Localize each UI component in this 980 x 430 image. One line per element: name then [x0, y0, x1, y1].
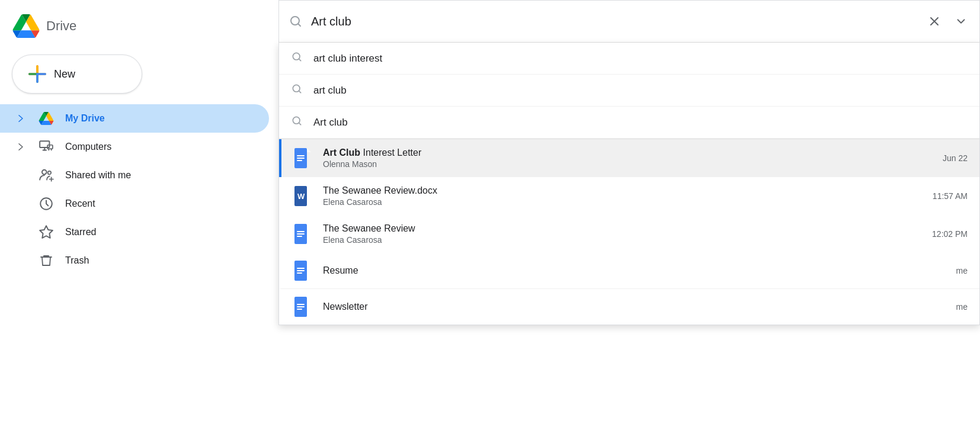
result-item-4[interactable]: Resume me: [279, 253, 979, 289]
svg-rect-22: [297, 231, 305, 232]
result-item-title-5: Newsletter: [323, 301, 946, 312]
result-item-subtitle-3: Elena Casarosa: [323, 235, 921, 245]
sidebar-label-my-drive: My Drive: [65, 113, 105, 124]
result-item-info-3: The Sewanee Review Elena Casarosa: [323, 223, 921, 245]
google-drive-logo: [12, 14, 40, 38]
svg-rect-13: [297, 155, 305, 156]
svg-rect-24: [297, 236, 302, 237]
result-item-date-3: 12:02 PM: [932, 229, 968, 239]
svg-point-3: [48, 171, 51, 174]
suggestion-search-icon-1: [291, 51, 303, 66]
svg-marker-12: [307, 148, 311, 152]
sidebar-label-shared: Shared with me: [65, 170, 131, 181]
new-button-label: New: [54, 68, 75, 81]
result-item-date-5: me: [956, 302, 968, 312]
svg-marker-21: [307, 224, 311, 228]
trash-icon: [38, 252, 55, 269]
result-item-info-4: Resume: [323, 265, 946, 276]
result-item-title-3: The Sewanee Review: [323, 223, 921, 234]
search-icon: [289, 14, 303, 28]
svg-marker-27: [307, 261, 311, 265]
result-item-info-5: Newsletter: [323, 301, 946, 312]
svg-rect-14: [297, 158, 305, 159]
search-dropdown: art club interest art club: [278, 43, 980, 325]
suggestion-item-3[interactable]: Art club: [279, 107, 979, 139]
svg-rect-29: [297, 270, 305, 271]
new-plus-icon: [28, 65, 47, 84]
result-item-3[interactable]: The Sewanee Review Elena Casarosa 12:02 …: [279, 215, 979, 253]
my-drive-icon: [38, 110, 55, 127]
result-item-5[interactable]: Newsletter me: [279, 289, 979, 325]
suggestion-text-3: Art club: [313, 117, 348, 129]
word-file-icon-2: W: [293, 187, 312, 206]
sidebar-label-starred: Starred: [65, 227, 96, 238]
sidebar: Drive New: [0, 0, 278, 430]
sidebar-item-my-drive[interactable]: My Drive: [0, 104, 269, 133]
search-input[interactable]: [311, 15, 917, 28]
sidebar-label-recent: Recent: [65, 198, 95, 209]
search-dropdown-button[interactable]: [952, 12, 970, 30]
suggestion-item[interactable]: art club interest: [279, 43, 979, 75]
sidebar-label-computers: Computers: [65, 142, 111, 152]
new-button[interactable]: New: [12, 54, 142, 94]
expand-spacer-trash: [14, 254, 27, 267]
result-item-subtitle-2: Elena Casarosa: [323, 197, 922, 207]
computers-icon: [38, 139, 55, 155]
result-item-date-4: me: [956, 266, 968, 275]
main-content: art club interest art club: [278, 0, 980, 430]
suggestion-search-icon-3: [291, 115, 303, 130]
svg-rect-36: [297, 309, 302, 310]
svg-rect-15: [297, 160, 302, 161]
result-item-title-2: The Sewanee Review.docx: [323, 185, 922, 196]
sidebar-label-trash: Trash: [65, 255, 89, 266]
result-item-subtitle-1: Olenna Mason: [323, 159, 932, 169]
recent-icon: [38, 195, 55, 212]
sidebar-item-starred[interactable]: Starred: [0, 218, 269, 246]
nav-menu: My Drive Computers: [0, 104, 278, 275]
suggestion-search-icon-2: [291, 83, 303, 98]
docs-file-icon-5: [293, 297, 312, 316]
result-item-1[interactable]: Art Club Interest Letter Olenna Mason Ju…: [279, 139, 979, 177]
search-clear-button[interactable]: [925, 12, 944, 31]
svg-rect-30: [297, 272, 302, 274]
docs-file-icon-3: [293, 224, 312, 243]
svg-rect-1: [47, 145, 53, 149]
docs-file-icon-1: [293, 149, 312, 168]
sidebar-item-recent[interactable]: Recent: [0, 190, 269, 218]
sidebar-item-shared[interactable]: Shared with me: [0, 161, 269, 190]
result-item-title-1: Art Club Interest Letter: [323, 147, 932, 158]
suggestion-text-2: art club: [313, 85, 347, 97]
expand-spacer-recent: [14, 197, 27, 210]
suggestion-text-1: art club interest: [313, 53, 382, 65]
sidebar-item-trash[interactable]: Trash: [0, 246, 269, 275]
svg-rect-34: [297, 304, 305, 305]
search-bar: [278, 0, 980, 43]
starred-icon: [38, 224, 55, 240]
result-title-bold-1: Art Club: [323, 147, 360, 158]
expand-spacer-shared: [14, 169, 27, 182]
docs-file-icon-4: [293, 261, 312, 280]
shared-icon: [38, 167, 55, 184]
expand-spacer-starred: [14, 226, 27, 239]
svg-rect-35: [297, 306, 305, 307]
result-item-title-4: Resume: [323, 265, 946, 276]
expand-icon-computers[interactable]: [14, 140, 27, 153]
svg-text:W: W: [297, 192, 305, 201]
sidebar-item-computers[interactable]: Computers: [0, 133, 269, 161]
suggestion-item-2[interactable]: art club: [279, 75, 979, 107]
result-item-date-2: 11:57 AM: [933, 191, 968, 201]
svg-marker-17: [307, 186, 311, 190]
search-container: art club interest art club: [278, 0, 980, 325]
logo-area: Drive: [0, 8, 278, 50]
result-item-info-1: Art Club Interest Letter Olenna Mason: [323, 147, 932, 169]
svg-rect-28: [297, 268, 305, 269]
svg-point-2: [42, 170, 47, 175]
svg-marker-33: [307, 297, 311, 301]
result-title-rest-1: Interest Letter: [360, 147, 421, 158]
result-item-2[interactable]: W The Sewanee Review.docx Elena Casarosa…: [279, 177, 979, 215]
expand-icon-my-drive[interactable]: [14, 112, 27, 125]
app-title: Drive: [46, 18, 76, 34]
result-item-date-1: Jun 22: [943, 153, 968, 163]
result-item-info-2: The Sewanee Review.docx Elena Casarosa: [323, 185, 922, 207]
svg-rect-23: [297, 233, 305, 235]
